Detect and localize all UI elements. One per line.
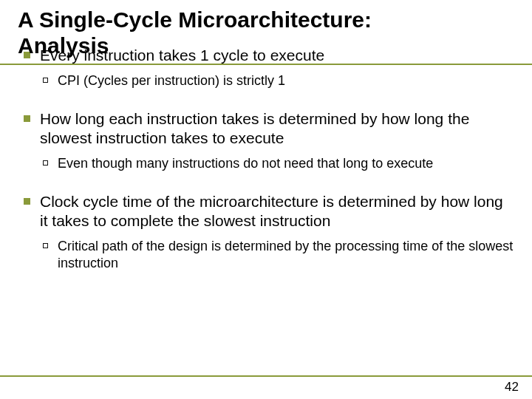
bullet-block-2: How long each instruction takes is deter… bbox=[21, 109, 514, 173]
bullet-l1: Clock cycle time of the microarchitectur… bbox=[21, 192, 514, 231]
title-line-1: A Single-Cycle Microarchitecture: bbox=[18, 7, 514, 33]
bullet-l2: CPI (Cycles per instruction) is strictly… bbox=[41, 72, 514, 89]
bullet-l2: Critical path of the design is determine… bbox=[41, 238, 514, 273]
bullet-block-3: Clock cycle time of the microarchitectur… bbox=[21, 192, 514, 273]
content-area: Every instruction takes 1 cycle to execu… bbox=[21, 46, 514, 292]
title-line-2: Analysis bbox=[18, 33, 514, 59]
slide-title: A Single-Cycle Microarchitecture: Analys… bbox=[18, 7, 514, 58]
page-number: 42 bbox=[505, 380, 519, 395]
footer-rule bbox=[0, 375, 532, 377]
bullet-l2: Even though many instructions do not nee… bbox=[41, 155, 514, 172]
bullet-l1: How long each instruction takes is deter… bbox=[21, 109, 514, 149]
slide: A Single-Cycle Microarchitecture: Analys… bbox=[0, 0, 532, 399]
